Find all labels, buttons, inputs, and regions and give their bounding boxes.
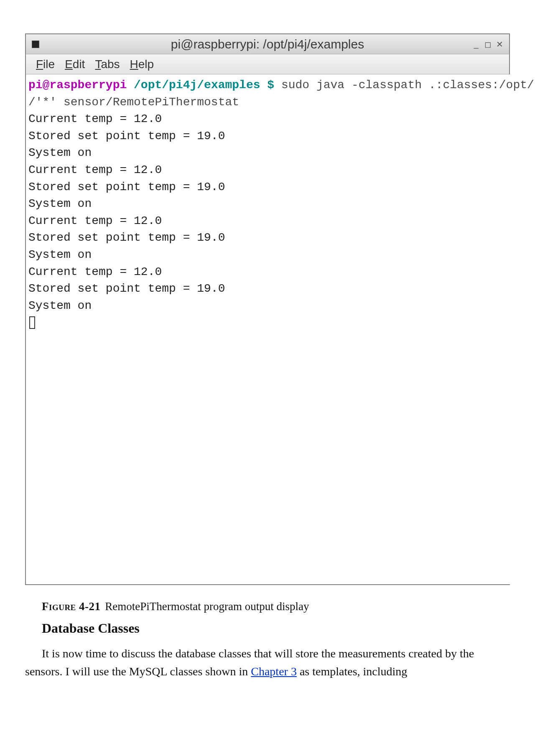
terminal-cursor <box>29 316 35 329</box>
output-line: Stored set point temp = 19.0 <box>28 181 225 193</box>
maximize-icon: ◻ <box>484 40 492 49</box>
menu-edit-rest: dit <box>73 58 85 71</box>
menu-tabs-mnemonic: T <box>95 58 101 71</box>
close-button[interactable]: ✕ <box>496 39 503 49</box>
menu-edit[interactable]: Edit <box>65 58 85 71</box>
output-line: System on <box>28 299 92 312</box>
titlebar[interactable]: pi@raspberrypi: /opt/pi4j/examples _ ◻ ✕ <box>26 34 509 54</box>
terminal-area: pi@raspberrypi /opt/pi4j/examples $ sudo… <box>26 74 509 584</box>
output-line: Stored set point temp = 19.0 <box>28 130 225 143</box>
body-paragraph: It is now time to discuss the database c… <box>25 644 510 681</box>
body-text-2: as templates, including <box>297 665 407 678</box>
output-line: Stored set point temp = 19.0 <box>28 282 225 295</box>
prompt-dollar: $ <box>267 79 274 92</box>
minimize-icon: _ <box>474 39 478 48</box>
command-line-1: sudo java -classpath .:classes:/opt/pi4j… <box>274 79 535 92</box>
figure-caption-text: RemotePiThermostat program output displa… <box>102 600 309 613</box>
app-icon <box>32 41 39 48</box>
output-line: Current temp = 12.0 <box>28 265 162 278</box>
menu-help-rest: elp <box>138 58 154 71</box>
close-icon: ✕ <box>496 40 503 49</box>
output-line: Current temp = 12.0 <box>28 163 162 176</box>
menu-file[interactable]: File <box>36 58 55 71</box>
prompt-user: pi@raspberrypi <box>28 79 127 92</box>
window-controls: _ ◻ ✕ <box>472 39 503 49</box>
figure-caption: Figure 4-21 RemotePiThermostat program o… <box>42 600 510 613</box>
prompt-path: /opt/pi4j/examples <box>127 79 267 92</box>
output-line: System on <box>28 197 92 210</box>
output-line: Stored set point temp = 19.0 <box>28 231 225 244</box>
menu-help[interactable]: Help <box>130 58 154 71</box>
maximize-button[interactable]: ◻ <box>484 39 492 49</box>
menubar: File Edit Tabs Help <box>26 54 509 74</box>
terminal-output[interactable]: pi@raspberrypi /opt/pi4j/examples $ sudo… <box>26 74 535 584</box>
command-line-2: /'*' sensor/RemotePiThermostat <box>28 96 239 109</box>
output-line: System on <box>28 248 92 261</box>
menu-tabs[interactable]: Tabs <box>95 58 120 71</box>
output-line: Current temp = 12.0 <box>28 214 162 227</box>
terminal-window: pi@raspberrypi: /opt/pi4j/examples _ ◻ ✕… <box>25 33 510 585</box>
output-line: Current temp = 12.0 <box>28 112 162 125</box>
minimize-button[interactable]: _ <box>472 39 480 49</box>
output-line: System on <box>28 146 92 159</box>
menu-tabs-rest: abs <box>101 58 120 71</box>
figure-label: Figure 4-21 <box>42 600 101 613</box>
menu-file-mnemonic: F <box>36 58 43 71</box>
window-title: pi@raspberrypi: /opt/pi4j/examples <box>26 37 509 51</box>
menu-help-mnemonic: H <box>130 58 138 71</box>
menu-file-rest: ile <box>43 58 55 71</box>
section-heading: Database Classes <box>42 621 510 636</box>
menu-edit-mnemonic: E <box>65 58 73 71</box>
chapter-3-link[interactable]: Chapter 3 <box>251 665 297 678</box>
